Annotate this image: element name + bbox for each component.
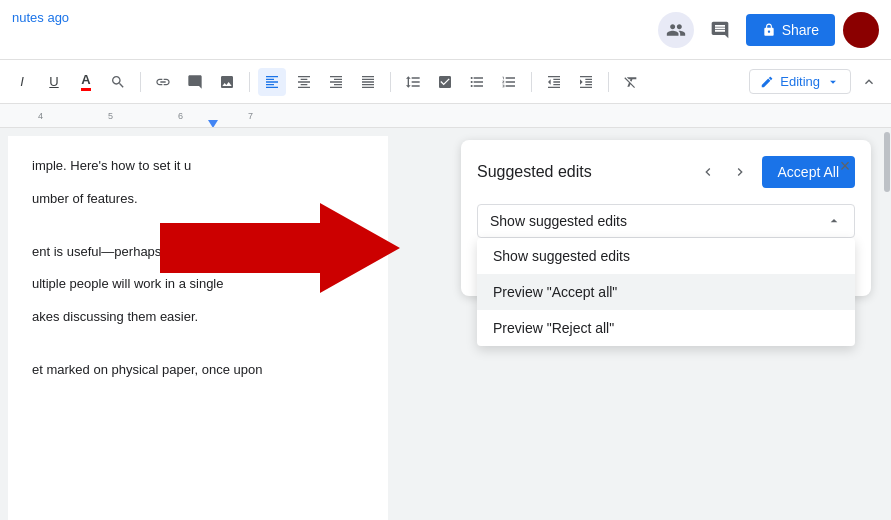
toolbar: I U A <box>0 60 891 104</box>
align-left-button[interactable] <box>258 68 286 96</box>
close-panel-button[interactable]: × <box>831 152 859 180</box>
dropdown-menu: Show suggested edits Preview "Accept all… <box>477 238 855 346</box>
separator-4 <box>531 72 532 92</box>
document-page[interactable]: imple. Here's how to set it u umber of f… <box>8 136 388 520</box>
right-panel: × Suggested edits Accept All <box>441 128 891 520</box>
next-suggestion-button[interactable] <box>726 158 754 186</box>
line-spacing-button[interactable] <box>399 68 427 96</box>
dropdown-selected-label: Show suggested edits <box>490 213 627 229</box>
show-suggested-edits-dropdown[interactable]: Show suggested edits <box>477 204 855 238</box>
align-justify-button[interactable] <box>354 68 382 96</box>
image-button[interactable] <box>213 68 241 96</box>
panel-title: Suggested edits <box>477 163 592 181</box>
ruler-tick-4: 4 <box>38 111 43 121</box>
ruler: 4 5 6 7 <box>0 104 891 128</box>
prev-suggestion-button[interactable] <box>694 158 722 186</box>
dropdown-item-reject-preview[interactable]: Preview "Reject all" <box>477 310 855 346</box>
suggested-edits-panel: × Suggested edits Accept All <box>461 140 871 296</box>
ruler-tick-6: 6 <box>178 111 183 121</box>
panel-header: Suggested edits Accept All <box>477 156 855 188</box>
share-button[interactable]: Share <box>746 14 835 46</box>
doc-paragraph-6: et marked on physical paper, once upon <box>32 360 364 381</box>
highlight-button[interactable] <box>104 68 132 96</box>
checklist-button[interactable] <box>431 68 459 96</box>
scrollbar[interactable] <box>883 128 891 520</box>
top-bar: nutes ago Share <box>0 0 891 60</box>
indent-more-button[interactable] <box>572 68 600 96</box>
doc-paragraph-1: imple. Here's how to set it u <box>32 156 364 177</box>
numbered-list-button[interactable] <box>495 68 523 96</box>
dropdown-container: Show suggested edits Show suggested edit… <box>477 204 855 238</box>
main-area: imple. Here's how to set it u umber of f… <box>0 128 891 520</box>
ruler-tick-5: 5 <box>108 111 113 121</box>
clear-format-button[interactable] <box>617 68 645 96</box>
indent-less-button[interactable] <box>540 68 568 96</box>
bullets-button[interactable] <box>463 68 491 96</box>
underline-button[interactable]: U <box>40 68 68 96</box>
user-avatar[interactable] <box>843 12 879 48</box>
link-button[interactable] <box>149 68 177 96</box>
ruler-marker <box>208 120 218 128</box>
svg-marker-0 <box>160 203 400 293</box>
panel-nav <box>694 158 754 186</box>
red-arrow <box>160 198 400 298</box>
separator-2 <box>249 72 250 92</box>
editing-mode-label: Editing <box>780 74 820 89</box>
align-center-button[interactable] <box>290 68 318 96</box>
comment-icon-btn[interactable] <box>702 12 738 48</box>
document-area: imple. Here's how to set it u umber of f… <box>0 128 441 520</box>
scrollbar-thumb[interactable] <box>884 132 890 192</box>
dropdown-item-accept-preview[interactable]: Preview "Accept all" <box>477 274 855 310</box>
separator-5 <box>608 72 609 92</box>
text-color-button[interactable]: A <box>72 68 100 96</box>
ruler-tick-7: 7 <box>248 111 253 121</box>
separator-1 <box>140 72 141 92</box>
share-label: Share <box>782 22 819 38</box>
minutes-ago-link[interactable]: nutes ago <box>12 10 69 25</box>
italic-button[interactable]: I <box>8 68 36 96</box>
doc-paragraph-5: akes discussing them easier. <box>32 307 364 328</box>
collapse-toolbar-button[interactable] <box>855 68 883 96</box>
top-bar-right: Share <box>658 12 879 48</box>
editing-mode-button[interactable]: Editing <box>749 69 851 94</box>
align-right-button[interactable] <box>322 68 350 96</box>
dropdown-item-show[interactable]: Show suggested edits <box>477 238 855 274</box>
dropdown-chevron-up-icon <box>826 213 842 229</box>
top-bar-left: nutes ago <box>0 0 81 34</box>
separator-3 <box>390 72 391 92</box>
avatar-group-icon[interactable] <box>658 12 694 48</box>
comment-button[interactable] <box>181 68 209 96</box>
